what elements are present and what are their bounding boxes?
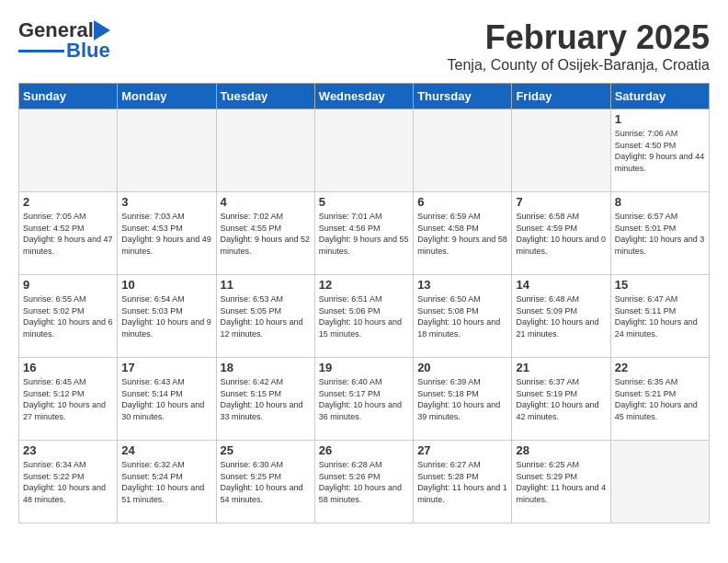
calendar-cell: 11Sunrise: 6:53 AM Sunset: 5:05 PM Dayli…	[216, 275, 314, 358]
calendar-cell: 21Sunrise: 6:37 AM Sunset: 5:19 PM Dayli…	[512, 358, 610, 441]
day-number: 6	[417, 195, 507, 209]
calendar-cell: 2Sunrise: 7:05 AM Sunset: 4:52 PM Daylig…	[19, 192, 118, 275]
col-header-thursday: Thursday	[414, 84, 512, 109]
day-info: Sunrise: 7:01 AM Sunset: 4:56 PM Dayligh…	[319, 211, 409, 257]
calendar-week-row: 23Sunrise: 6:34 AM Sunset: 5:22 PM Dayli…	[19, 441, 710, 523]
day-info: Sunrise: 7:05 AM Sunset: 4:52 PM Dayligh…	[23, 211, 113, 257]
calendar-cell: 20Sunrise: 6:39 AM Sunset: 5:18 PM Dayli…	[414, 358, 512, 441]
day-info: Sunrise: 6:51 AM Sunset: 5:06 PM Dayligh…	[319, 293, 409, 339]
calendar-cell	[414, 109, 512, 192]
day-number: 8	[615, 195, 705, 209]
day-number: 19	[319, 361, 409, 374]
day-number: 13	[417, 278, 507, 292]
day-info: Sunrise: 6:57 AM Sunset: 5:01 PM Dayligh…	[615, 211, 705, 257]
day-number: 20	[417, 361, 507, 374]
day-info: Sunrise: 6:45 AM Sunset: 5:12 PM Dayligh…	[23, 376, 113, 422]
day-info: Sunrise: 6:35 AM Sunset: 5:21 PM Dayligh…	[615, 376, 705, 422]
calendar-cell: 28Sunrise: 6:25 AM Sunset: 5:29 PM Dayli…	[512, 441, 610, 523]
logo-blue: Blue	[66, 39, 110, 63]
day-info: Sunrise: 6:50 AM Sunset: 5:08 PM Dayligh…	[417, 293, 507, 339]
calendar-cell: 13Sunrise: 6:50 AM Sunset: 5:08 PM Dayli…	[414, 275, 512, 358]
title-block: February 2025 Tenja, County of Osijek-Ba…	[448, 18, 710, 74]
day-number: 7	[516, 195, 606, 209]
calendar-cell: 19Sunrise: 6:40 AM Sunset: 5:17 PM Dayli…	[314, 358, 413, 441]
calendar-cell	[512, 109, 610, 192]
calendar-cell	[610, 441, 709, 523]
day-info: Sunrise: 6:37 AM Sunset: 5:19 PM Dayligh…	[516, 376, 606, 422]
calendar-cell: 1Sunrise: 7:06 AM Sunset: 4:50 PM Daylig…	[610, 109, 709, 192]
day-number: 10	[121, 278, 211, 292]
calendar-week-row: 16Sunrise: 6:45 AM Sunset: 5:12 PM Dayli…	[19, 358, 710, 441]
day-number: 9	[23, 278, 113, 292]
day-info: Sunrise: 7:02 AM Sunset: 4:55 PM Dayligh…	[221, 211, 311, 257]
calendar-cell: 18Sunrise: 6:42 AM Sunset: 5:15 PM Dayli…	[216, 358, 314, 441]
page-header: General Blue February 2025 Tenja, County…	[18, 18, 710, 74]
calendar-cell: 6Sunrise: 6:59 AM Sunset: 4:58 PM Daylig…	[414, 192, 512, 275]
day-info: Sunrise: 6:34 AM Sunset: 5:22 PM Dayligh…	[23, 459, 113, 505]
day-number: 24	[121, 443, 211, 457]
calendar-week-row: 1Sunrise: 7:06 AM Sunset: 4:50 PM Daylig…	[19, 109, 710, 192]
calendar-header-row: SundayMondayTuesdayWednesdayThursdayFrid…	[19, 84, 710, 109]
calendar-cell: 10Sunrise: 6:54 AM Sunset: 5:03 PM Dayli…	[118, 275, 216, 358]
calendar-cell: 15Sunrise: 6:47 AM Sunset: 5:11 PM Dayli…	[610, 275, 709, 358]
day-info: Sunrise: 6:32 AM Sunset: 5:24 PM Dayligh…	[121, 459, 211, 505]
day-number: 2	[23, 195, 113, 209]
calendar-cell: 3Sunrise: 7:03 AM Sunset: 4:53 PM Daylig…	[118, 192, 216, 275]
day-number: 16	[23, 361, 113, 374]
day-number: 1	[615, 112, 705, 126]
day-info: Sunrise: 6:30 AM Sunset: 5:25 PM Dayligh…	[221, 459, 311, 505]
location-title: Tenja, County of Osijek-Baranja, Croatia	[448, 57, 710, 74]
col-header-saturday: Saturday	[610, 84, 709, 109]
day-info: Sunrise: 7:03 AM Sunset: 4:53 PM Dayligh…	[121, 211, 211, 257]
col-header-friday: Friday	[512, 84, 610, 109]
calendar-cell: 8Sunrise: 6:57 AM Sunset: 5:01 PM Daylig…	[610, 192, 709, 275]
calendar-cell: 5Sunrise: 7:01 AM Sunset: 4:56 PM Daylig…	[314, 192, 413, 275]
calendar-cell: 17Sunrise: 6:43 AM Sunset: 5:14 PM Dayli…	[118, 358, 216, 441]
day-info: Sunrise: 6:53 AM Sunset: 5:05 PM Dayligh…	[221, 293, 311, 339]
calendar-week-row: 9Sunrise: 6:55 AM Sunset: 5:02 PM Daylig…	[19, 275, 710, 358]
month-title: February 2025	[448, 18, 710, 57]
calendar-cell: 16Sunrise: 6:45 AM Sunset: 5:12 PM Dayli…	[19, 358, 118, 441]
svg-marker-0	[94, 20, 110, 40]
day-number: 12	[319, 278, 409, 292]
day-info: Sunrise: 6:48 AM Sunset: 5:09 PM Dayligh…	[516, 293, 606, 339]
day-info: Sunrise: 6:43 AM Sunset: 5:14 PM Dayligh…	[121, 376, 211, 422]
day-info: Sunrise: 6:54 AM Sunset: 5:03 PM Dayligh…	[121, 293, 211, 339]
calendar-cell: 26Sunrise: 6:28 AM Sunset: 5:26 PM Dayli…	[314, 441, 413, 523]
col-header-monday: Monday	[118, 84, 216, 109]
day-info: Sunrise: 6:40 AM Sunset: 5:17 PM Dayligh…	[319, 376, 409, 422]
day-number: 14	[516, 278, 606, 292]
day-number: 17	[121, 361, 211, 374]
day-number: 5	[319, 195, 409, 209]
day-info: Sunrise: 6:58 AM Sunset: 4:59 PM Dayligh…	[516, 211, 606, 257]
calendar-cell: 22Sunrise: 6:35 AM Sunset: 5:21 PM Dayli…	[610, 358, 709, 441]
calendar-cell: 9Sunrise: 6:55 AM Sunset: 5:02 PM Daylig…	[19, 275, 118, 358]
day-number: 21	[516, 361, 606, 374]
day-info: Sunrise: 6:59 AM Sunset: 4:58 PM Dayligh…	[417, 211, 507, 257]
day-number: 27	[417, 443, 507, 457]
calendar-cell: 25Sunrise: 6:30 AM Sunset: 5:25 PM Dayli…	[216, 441, 314, 523]
calendar-cell	[118, 109, 216, 192]
calendar-table: SundayMondayTuesdayWednesdayThursdayFrid…	[18, 83, 710, 523]
calendar-cell	[216, 109, 314, 192]
logo: General Blue	[18, 18, 121, 63]
day-info: Sunrise: 6:25 AM Sunset: 5:29 PM Dayligh…	[516, 459, 606, 505]
day-info: Sunrise: 6:47 AM Sunset: 5:11 PM Dayligh…	[615, 293, 705, 339]
calendar-cell: 24Sunrise: 6:32 AM Sunset: 5:24 PM Dayli…	[118, 441, 216, 523]
day-info: Sunrise: 6:28 AM Sunset: 5:26 PM Dayligh…	[319, 459, 409, 505]
day-info: Sunrise: 6:42 AM Sunset: 5:15 PM Dayligh…	[221, 376, 311, 422]
col-header-sunday: Sunday	[19, 84, 118, 109]
calendar-week-row: 2Sunrise: 7:05 AM Sunset: 4:52 PM Daylig…	[19, 192, 710, 275]
calendar-cell: 23Sunrise: 6:34 AM Sunset: 5:22 PM Dayli…	[19, 441, 118, 523]
day-number: 4	[221, 195, 311, 209]
calendar-cell	[314, 109, 413, 192]
calendar-cell: 14Sunrise: 6:48 AM Sunset: 5:09 PM Dayli…	[512, 275, 610, 358]
col-header-tuesday: Tuesday	[216, 84, 314, 109]
day-number: 11	[221, 278, 311, 292]
col-header-wednesday: Wednesday	[314, 84, 413, 109]
day-number: 25	[221, 443, 311, 457]
day-info: Sunrise: 6:55 AM Sunset: 5:02 PM Dayligh…	[23, 293, 113, 339]
day-number: 3	[121, 195, 211, 209]
day-info: Sunrise: 7:06 AM Sunset: 4:50 PM Dayligh…	[615, 128, 705, 174]
day-number: 18	[221, 361, 311, 374]
